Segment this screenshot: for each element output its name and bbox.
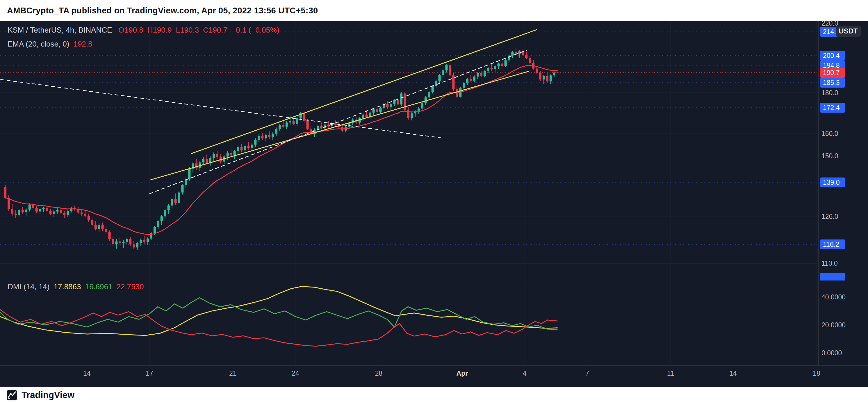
ema-value: 192.8 bbox=[73, 39, 92, 48]
dmi-label: DMI (14, 14) bbox=[7, 282, 50, 291]
pane-dividers bbox=[0, 21, 868, 366]
tradingview-published-chart: AMBCrypto_TA published on TradingView.co… bbox=[0, 0, 868, 403]
tradingview-logo-glyph bbox=[6, 390, 18, 401]
trendline-drawings[interactable] bbox=[0, 29, 537, 194]
time-axis-label: 21 bbox=[229, 370, 237, 377]
time-axis-label: 14 bbox=[83, 370, 91, 377]
footer-bar: TradingView bbox=[0, 387, 868, 403]
alert-price-badge: 172.4 bbox=[820, 103, 845, 113]
tradingview-logo[interactable] bbox=[6, 390, 18, 401]
alert-price-badge bbox=[820, 272, 845, 281]
currency-toggle-button[interactable]: USDT bbox=[836, 26, 861, 37]
time-axis-label: 18 bbox=[813, 370, 820, 377]
ohlc-close: C190.7 bbox=[203, 26, 227, 34]
dmi-tick-label: 20.0000 bbox=[822, 321, 846, 329]
alert-price-badge: 139.0 bbox=[820, 177, 845, 188]
alert-price-badge: 200.4 bbox=[820, 51, 845, 60]
tradingview-brand[interactable]: TradingView bbox=[22, 390, 74, 400]
channel-upper[interactable] bbox=[191, 29, 537, 154]
trendline-descending[interactable] bbox=[0, 80, 441, 138]
attribution-text: AMBCrypto_TA published on TradingView.co… bbox=[0, 6, 318, 16]
last-price-badge: 190.7 bbox=[820, 68, 845, 78]
ema-label: EMA (20, close, 0) bbox=[7, 39, 69, 48]
dmi-minusdi-value: 22.7530 bbox=[116, 282, 144, 291]
symbol-legend[interactable]: KSM / TetherUS, 4h, BINANCEO190.8H190.9L… bbox=[7, 26, 283, 35]
dmi-adx-value: 17.8863 bbox=[54, 282, 81, 291]
dmi-tick-label: 40.0000 bbox=[822, 293, 846, 301]
attribution-bar: AMBCrypto_TA published on TradingView.co… bbox=[0, 0, 868, 21]
ohlc-open: O190.8 bbox=[118, 26, 143, 34]
dmi-indicator bbox=[0, 287, 558, 346]
time-axis[interactable]: 1417212428Apr47111418 bbox=[0, 366, 868, 387]
dmi-plusdi-value: 16.6961 bbox=[85, 282, 112, 291]
chart-area[interactable]: KSM / TetherUS, 4h, BINANCEO190.8H190.9L… bbox=[0, 21, 868, 387]
symbol-title: KSM / TetherUS, 4h, BINANCE bbox=[7, 26, 112, 34]
ohlc-low: L190.3 bbox=[176, 26, 199, 34]
time-axis-label: 28 bbox=[375, 370, 383, 377]
time-axis-label: 17 bbox=[146, 370, 153, 377]
ohlc-high: H190.9 bbox=[148, 26, 172, 34]
trendline-ascending[interactable] bbox=[150, 50, 527, 194]
time-axis-label: Apr bbox=[456, 370, 468, 377]
candlestick-series bbox=[4, 48, 559, 250]
dmi-axis[interactable]: 40.000020.00000.0000 bbox=[818, 281, 868, 366]
time-axis-label: 14 bbox=[729, 370, 737, 377]
alert-price-badge: 185.3 bbox=[820, 78, 845, 88]
time-axis-label: 4 bbox=[523, 370, 527, 377]
channel-lower[interactable] bbox=[151, 71, 529, 180]
price-axis-badges: 214.6200.4194.8190.7185.3172.4139.0116.2 bbox=[818, 21, 868, 281]
dmi-legend[interactable]: DMI (14, 14)17.886316.696122.7530 bbox=[7, 282, 148, 291]
alert-price-badge: 116.2 bbox=[820, 239, 845, 249]
alert-price-lines bbox=[0, 32, 818, 244]
ohlc-change: −0.1 (−0.05%) bbox=[231, 26, 279, 34]
chart-canvas[interactable] bbox=[0, 21, 868, 387]
dmi-tick-label: 0.0000 bbox=[822, 349, 842, 357]
time-axis-label: 11 bbox=[667, 370, 674, 377]
ema-legend[interactable]: EMA (20, close, 0)192.8 bbox=[7, 39, 97, 49]
time-axis-label: 24 bbox=[292, 370, 299, 377]
time-axis-label: 7 bbox=[585, 370, 589, 377]
ema-line bbox=[5, 65, 558, 234]
